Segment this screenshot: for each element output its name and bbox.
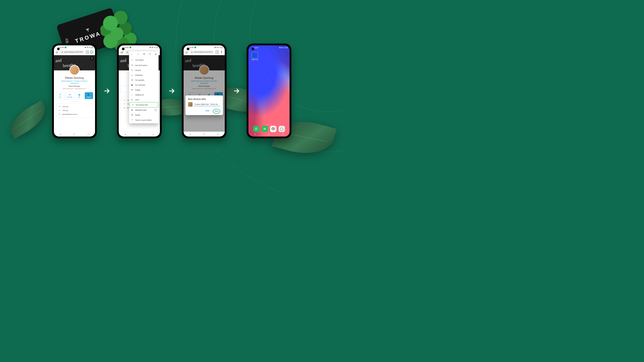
recents-icon[interactable]: ≡ xyxy=(60,133,61,135)
edit-icon[interactable]: ✎ xyxy=(90,56,94,60)
call-button[interactable]: ✆Ara xyxy=(56,92,64,99)
tabs-icon: ▣ xyxy=(131,84,133,86)
help-icon: ？ xyxy=(131,119,133,122)
dock-messages-app[interactable]: ✉ xyxy=(262,126,268,132)
home-icon[interactable] xyxy=(120,51,123,53)
back-icon[interactable]: ◁ xyxy=(217,133,219,135)
browser-menu-button[interactable] xyxy=(220,50,223,54)
signal-icon: ▦ ⁂ ⬙ xyxy=(150,46,155,48)
save-button[interactable]: 👤⁺Kaydet xyxy=(84,92,93,99)
back-icon[interactable]: ◁ xyxy=(282,133,284,135)
incognito-icon: 👓 xyxy=(131,64,133,66)
menu-share[interactable]: ≪Paylaş... xyxy=(129,87,158,92)
profile-banner: ✎ xyxy=(54,55,95,70)
profile-role: Brand Manager xyxy=(56,85,93,87)
home-nav-icon[interactable]: ▢ xyxy=(203,133,205,135)
arrow-icon xyxy=(102,87,111,95)
desktop-icon: 🖥 xyxy=(131,109,133,111)
step3-phone: 13:35 ▦ ⁂ ⬙ 🔒card.trowas.com/d7872 2 Per… xyxy=(182,43,226,138)
phone-icon: ✆ xyxy=(58,106,60,108)
android-nav-bar: ≡ ▢ ◁ xyxy=(119,132,160,137)
home-icon[interactable] xyxy=(185,51,188,53)
phone-icon: ↺ xyxy=(123,103,126,105)
menu-find[interactable]: ⌕Sayfada bul xyxy=(129,92,158,97)
home-shortcut[interactable]: Dijital Kart xyxy=(252,52,258,60)
android-nav-bar: ≡ ▢ ◁ xyxy=(54,132,95,137)
qr-icon: ▦ xyxy=(76,93,83,96)
tab-switcher[interactable]: 2 xyxy=(216,50,218,54)
person-add-icon: 👤⁺ xyxy=(85,93,92,96)
menu-desktop-site[interactable]: 🖥Masaüstü sitesi xyxy=(129,107,158,112)
dialog-heading: Ana ekrana ekle xyxy=(188,98,220,102)
phone-icon: ✆ xyxy=(56,93,64,96)
tab-switcher[interactable]: 2 xyxy=(86,50,89,54)
home-nav-icon[interactable]: ▢ xyxy=(73,133,75,135)
menu-incognito[interactable]: 👓Yeni Gizli sekme xyxy=(129,63,158,68)
dock-chrome-app[interactable] xyxy=(270,126,276,132)
phone-icon: ↺ xyxy=(58,109,60,111)
menu-downloads[interactable]: ⭳İndirilenler xyxy=(129,73,158,77)
recents-icon[interactable]: ≡ xyxy=(190,133,191,135)
back-icon[interactable]: ◁ xyxy=(87,133,89,135)
qr-button[interactable]: ▦QR xyxy=(75,92,84,99)
recents-icon[interactable]: ≡ xyxy=(125,133,126,135)
contact-card: ✆+90 533 ↺+90 552 ✉peren@babel.com.tr xyxy=(56,103,93,117)
step1-phone: 13:35 ▦ ⁂ ⬙ 🔒card.trowas.com/d7872 2 ✎ P… xyxy=(52,43,97,138)
dock-phone-app[interactable]: ✆ xyxy=(253,126,260,132)
add-button[interactable]: Ekle xyxy=(213,109,220,114)
share-icon: ≪ xyxy=(131,89,133,91)
email-row[interactable]: ✉peren@babel.com.tr xyxy=(56,112,92,116)
phone-icon: ✆ xyxy=(123,99,126,101)
arrow-icon xyxy=(232,87,241,95)
browser-address-bar: 🔒card.trowas.com/d7872 2 xyxy=(184,49,225,55)
status-bar: 13:35 ▦ ⁂ ⬙ xyxy=(54,45,95,49)
bookmark-icon[interactable]: ☆ xyxy=(137,53,139,55)
menu-add-to-home[interactable]: ⎚Ana ekrana ekle xyxy=(130,102,158,107)
shortcut-name-input[interactable]: Trowas Dijital Kart - Peren Du xyxy=(194,103,220,106)
menu-bookmarks[interactable]: ★Yer işaretleri xyxy=(129,77,158,82)
back-icon[interactable]: ◁ xyxy=(152,133,154,135)
menu-new-tab[interactable]: ＋Yeni sekme xyxy=(129,57,158,63)
download-icon[interactable]: ⬇ xyxy=(143,53,145,55)
gear-icon: ⚙ xyxy=(131,114,133,116)
notification-dot-icon xyxy=(194,46,196,48)
info-icon[interactable]: ⓘ xyxy=(149,52,151,56)
download-icon: ⭳ xyxy=(131,74,133,76)
profile-name: Peren Durmuş xyxy=(56,76,93,79)
dock-camera-app[interactable]: ◯ xyxy=(278,126,285,132)
phone-row[interactable]: ↺+90 552 xyxy=(56,109,92,112)
clock: 13:35 xyxy=(59,46,64,48)
clock: 13:35 xyxy=(189,46,194,48)
recents-icon[interactable]: ≡ xyxy=(254,133,256,135)
home-icon[interactable] xyxy=(56,51,58,53)
forward-icon[interactable]: → xyxy=(131,53,133,55)
menu-help[interactable]: ？Yardım ve geri bildirim xyxy=(129,117,158,123)
checkbox-icon[interactable] xyxy=(155,109,157,111)
browser-menu-button[interactable] xyxy=(90,50,93,54)
menu-history[interactable]: ↻Geçmiş xyxy=(129,68,158,73)
phone-row[interactable]: ✆+90 533 xyxy=(56,105,92,109)
home-nav-icon[interactable]: ▢ xyxy=(268,133,270,135)
arrow-icon xyxy=(167,87,176,95)
clock: 13:35 xyxy=(124,46,128,48)
battery-icon xyxy=(285,47,287,48)
menu-translate[interactable]: 🗛Çevir... xyxy=(129,97,158,102)
mail-icon: ✉ xyxy=(123,107,126,109)
home-nav-icon[interactable]: ▢ xyxy=(138,133,140,135)
menu-settings[interactable]: ⚙Ayarlar xyxy=(129,112,158,117)
signal-icon: ▦ ⁂ ⬙ xyxy=(214,46,220,48)
refresh-icon[interactable]: ⟳ xyxy=(155,53,157,55)
email-button[interactable]: ✉E-Posta xyxy=(65,92,74,99)
url-field[interactable]: 🔒card.trowas.com/d7872 xyxy=(189,50,214,54)
dock: ✆ ✉ ◯ xyxy=(248,126,290,132)
cancel-button[interactable]: İptal xyxy=(204,109,210,114)
android-nav-bar: ≡ ▢ ◁ xyxy=(248,132,290,137)
url-field[interactable]: 🔒card.trowas.com/d7872 xyxy=(60,50,84,54)
profile-company: Babel Agency | Trowas Concept | Smartove… xyxy=(56,79,93,85)
lock-icon: 🔒 xyxy=(191,51,193,53)
battery-icon xyxy=(220,47,222,48)
battery-icon xyxy=(90,47,93,48)
add-to-home-dialog: Ana ekrana ekle Trowas Dijital Kart - Pe… xyxy=(185,95,223,115)
browser-address-bar: 🔒card.trowas.com/d7872 2 xyxy=(54,49,95,55)
menu-recent-tabs[interactable]: ▣Son sekmeler xyxy=(129,82,158,87)
